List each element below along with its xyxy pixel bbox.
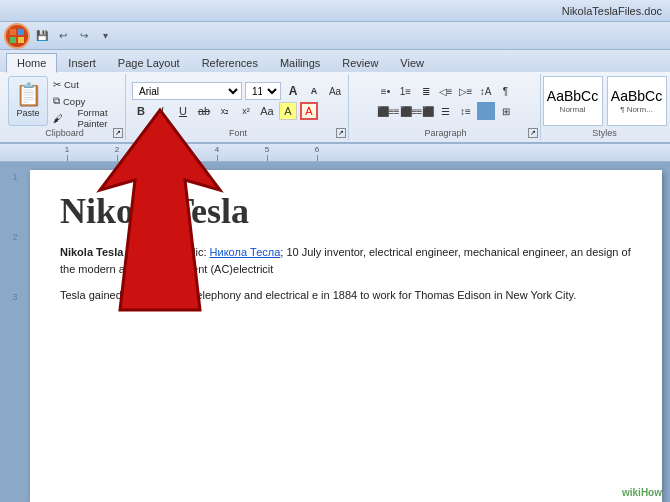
borders-button[interactable]: ⊞: [497, 102, 515, 120]
tab-page-layout[interactable]: Page Layout: [107, 52, 191, 72]
margin-num-1: 1: [0, 172, 30, 232]
wikihow-suffix: How: [641, 487, 662, 498]
paste-icon: 📋: [15, 84, 42, 106]
align-right-button[interactable]: ≡⬛: [417, 102, 435, 120]
clipboard-group: 📋 Paste Cut Copy Format Painter Clipboar…: [4, 74, 126, 140]
ruler-mark-0: 1: [42, 144, 92, 161]
tab-insert[interactable]: Insert: [57, 52, 107, 72]
styles-group: AaBbCc Normal AaBbCc ¶ Norm... Styles: [543, 74, 666, 140]
font-size-select[interactable]: 11 12 14: [245, 82, 281, 100]
cut-icon: [53, 79, 61, 90]
quick-access-toolbar: 💾 ↩ ↪ ▾: [0, 22, 670, 50]
font-row1: Arial Times New Roman Calibri 11 12 14 A…: [132, 82, 344, 100]
svg-rect-1: [18, 29, 24, 35]
tab-mailings[interactable]: Mailings: [269, 52, 331, 72]
increase-indent-button[interactable]: ▷≡: [457, 82, 475, 100]
wikihow-prefix: wiki: [622, 487, 641, 498]
line-spacing-button[interactable]: ↕≡: [457, 102, 475, 120]
font-label: Font: [128, 128, 348, 138]
align-left-button[interactable]: ⬛≡: [377, 102, 395, 120]
font-color-button[interactable]: A: [300, 102, 318, 120]
strikethrough-button[interactable]: ab: [195, 102, 213, 120]
numbering-button[interactable]: 1≡: [397, 82, 415, 100]
ribbon-body: 📋 Paste Cut Copy Format Painter Clipboar…: [0, 72, 670, 144]
clipboard-expand-button[interactable]: ↗: [113, 128, 123, 138]
paragraph-expand-button[interactable]: ↗: [528, 128, 538, 138]
copy-label: Copy: [63, 96, 85, 107]
underline-button[interactable]: U: [174, 102, 192, 120]
ruler-mark-1: 2: [92, 144, 142, 161]
shrink-font-button[interactable]: A: [305, 82, 323, 100]
grow-font-button[interactable]: A: [284, 82, 302, 100]
decrease-indent-button[interactable]: ◁≡: [437, 82, 455, 100]
change-case-button[interactable]: Aa: [258, 102, 276, 120]
cut-label: Cut: [64, 79, 79, 90]
ruler-mark-3: 4: [192, 144, 242, 161]
ruler-mark-4: 5: [242, 144, 292, 161]
para-row1: ≡• 1≡ ≣ ◁≡ ▷≡ ↕A ¶: [377, 82, 515, 100]
style-normal-box[interactable]: AaBbCc Normal: [543, 76, 603, 126]
justify-button[interactable]: ☰: [437, 102, 455, 120]
document-area: 1 2 3 Nikola Tesla Nikola Tesla (Serbian…: [0, 162, 670, 502]
align-center-button[interactable]: ≡⬛≡: [397, 102, 415, 120]
margin-num-3: 3: [0, 292, 30, 352]
cut-button[interactable]: Cut: [51, 77, 121, 92]
style-norm-text: AaBbCc: [611, 88, 662, 104]
tab-references[interactable]: References: [191, 52, 269, 72]
font-name-select[interactable]: Arial Times New Roman Calibri: [132, 82, 242, 100]
body-p1-link[interactable]: Никола Тесла: [210, 246, 281, 258]
format-painter-label: Format Painter: [66, 107, 119, 129]
ruler-marks: 1 2 3 4 5 6: [32, 144, 670, 161]
style-norm-label: ¶ Norm...: [620, 105, 653, 114]
format-painter-icon: [53, 113, 63, 124]
title-bar: NikolaTeslaFiles.doc: [0, 0, 670, 22]
multilevel-button[interactable]: ≣: [417, 82, 435, 100]
style-norm-box[interactable]: AaBbCc ¶ Norm...: [607, 76, 667, 126]
qa-dropdown-button[interactable]: ▾: [96, 27, 114, 45]
sort-button[interactable]: ↕A: [477, 82, 495, 100]
clear-format-button[interactable]: Aa: [326, 82, 344, 100]
svg-rect-3: [18, 37, 24, 43]
show-para-button[interactable]: ¶: [497, 82, 515, 100]
bullets-button[interactable]: ≡•: [377, 82, 395, 100]
copy-icon: [53, 95, 60, 107]
qa-redo-button[interactable]: ↪: [75, 27, 93, 45]
styles-label: Styles: [543, 128, 666, 138]
italic-button[interactable]: I: [153, 102, 171, 120]
highlight-button[interactable]: A: [279, 102, 297, 120]
tab-view[interactable]: View: [389, 52, 435, 72]
body-paragraph-1: Nikola Tesla (Serbian Cyrillic: Никола Т…: [60, 244, 632, 277]
paragraph-label: Paragraph: [351, 128, 540, 138]
qa-save-button[interactable]: 💾: [33, 27, 51, 45]
body-p1-bold: Nikola Tesla: [60, 246, 123, 258]
bold-button[interactable]: B: [132, 102, 150, 120]
qa-undo-button[interactable]: ↩: [54, 27, 72, 45]
tab-home[interactable]: Home: [6, 53, 57, 73]
svg-rect-2: [10, 37, 16, 43]
ruler: 1 2 3 4 5 6: [0, 144, 670, 162]
margin-num-2: 2: [0, 232, 30, 292]
body-paragraph-2: Tesla gained experience in telephony and…: [60, 287, 632, 304]
tab-review[interactable]: Review: [331, 52, 389, 72]
style-normal-label: Normal: [560, 105, 586, 114]
ruler-mark-5: 6: [292, 144, 342, 161]
ribbon-tabs: Home Insert Page Layout References Maili…: [0, 50, 670, 72]
paste-button[interactable]: 📋 Paste: [8, 76, 48, 126]
ruler-mark-2: 3: [142, 144, 192, 161]
paragraph-group: ≡• 1≡ ≣ ◁≡ ▷≡ ↕A ¶ ⬛≡ ≡⬛≡ ≡⬛ ☰ ↕≡ ⊞ Para…: [351, 74, 541, 140]
font-expand-button[interactable]: ↗: [336, 128, 346, 138]
paste-label: Paste: [16, 108, 39, 118]
title-bar-filename: NikolaTeslaFiles.doc: [562, 5, 662, 17]
document-page[interactable]: Nikola Tesla Nikola Tesla (Serbian Cyril…: [30, 170, 662, 502]
para-row2: ⬛≡ ≡⬛≡ ≡⬛ ☰ ↕≡ ⊞: [377, 102, 515, 120]
office-button[interactable]: [4, 23, 30, 49]
body-p1-rest: (Serbian Cyrillic:: [123, 246, 209, 258]
page-body: Nikola Tesla (Serbian Cyrillic: Никола Т…: [60, 244, 632, 304]
subscript-button[interactable]: x₂: [216, 102, 234, 120]
clipboard-label: Clipboard: [4, 128, 125, 138]
font-row2: B I U ab x₂ x² Aa A A: [132, 102, 344, 120]
superscript-button[interactable]: x²: [237, 102, 255, 120]
style-normal-text: AaBbCc: [547, 88, 598, 104]
shading-button[interactable]: [477, 102, 495, 120]
format-painter-button[interactable]: Format Painter: [51, 111, 121, 126]
